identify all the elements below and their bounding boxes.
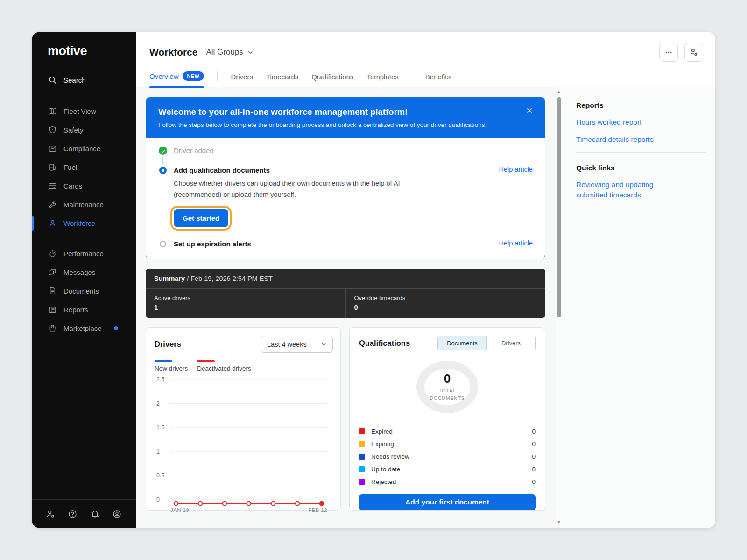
account-icon[interactable] [112,509,122,519]
tab-label: Templates [366,73,398,81]
step-label: Set up expiration alerts [174,239,251,248]
step-connector [162,157,163,164]
scroll-up-arrow-icon[interactable]: ▲ [557,90,561,94]
legend-label: Deactivated drivers [197,365,251,372]
legend-row-expired: Expired 0 [359,425,536,438]
donut-caption: TOTAL DOCUMENTS [430,387,465,402]
welcome-banner-header: Welcome to your all-in-one workforce man… [146,97,545,138]
svg-text:FEB 12: FEB 12 [308,507,327,513]
help-article-link[interactable]: Help article [499,239,533,247]
sidebar-item-documents[interactable]: Documents [32,281,136,300]
wrench-icon [48,200,57,209]
help-article-link[interactable]: Help article [499,166,533,173]
tab-overview[interactable]: Overview NEW [149,71,204,87]
motive-logo: motive [32,32,136,70]
tab-drivers[interactable]: Drivers [231,73,253,87]
sidebar-item-workforce[interactable]: Workforce [32,214,136,232]
stat-label: Overdue timecards [354,294,537,301]
chart-board-icon [48,144,57,153]
date-range-value: Last 4 weeks [267,341,307,348]
tab-label: Benefits [425,73,451,81]
sidebar-item-fuel[interactable]: Fuel [32,158,136,176]
legend-value: 0 [532,478,536,485]
app-window: motive Search Fleet View Safety Complian… [32,32,715,528]
page-title: Workforce [149,47,197,58]
legend-label: Expired [371,428,393,435]
page-header: Workforce All Groups Overview [136,32,715,87]
tab-label: Drivers [231,73,253,81]
onboarding-steps: Driver added Add qualification documents… [146,138,545,259]
donut-total-value: 0 [444,371,451,386]
step-description: Choose whether drivers can upload their … [174,178,447,201]
chevron-down-icon [321,341,327,347]
drivers-card-title: Drivers [155,340,181,349]
date-range-select[interactable]: Last 4 weeks [261,336,333,353]
timecard-details-reports-link[interactable]: Timecard details reports [576,134,706,145]
sidebar-search[interactable]: Search [32,70,136,90]
sidebar-item-performance[interactable]: Performance [32,244,136,263]
person-icon [48,218,57,228]
sidebar-item-label: Documents [63,287,99,295]
person-gear-icon [689,48,698,57]
legend-label: Expiring [371,441,394,448]
sidebar-bottom-bar [32,499,136,528]
close-icon[interactable] [525,106,535,116]
vertical-scrollbar[interactable]: ▲ ▼ [556,87,562,528]
tab-benefits[interactable]: Benefits [425,73,451,87]
summary-title: Summary [154,275,185,282]
step-label: Add qualification documents [174,166,270,174]
summary-separator: / [187,275,189,282]
legend-row-needs-review: Needs review 0 [359,450,536,463]
legend-swatch [359,441,365,447]
tab-templates[interactable]: Templates [366,73,398,87]
tab-qualifications[interactable]: Qualifications [311,73,353,87]
sidebar-item-label: Workforce [63,219,95,227]
manage-users-button[interactable] [684,43,703,62]
notifications-bell-icon[interactable] [90,509,100,519]
sidebar-item-reports[interactable]: Reports [32,300,136,319]
drivers-chart: 2.521.510.50JAN 19FEB 12 [155,373,334,516]
group-selector[interactable]: All Groups [206,48,253,57]
tab-separator [412,71,412,81]
tab-timecards[interactable]: Timecards [266,73,298,87]
qualifications-legend: Expired 0 Expiring 0 Needs review [359,425,536,488]
donut-caption-line1: TOTAL [439,388,456,393]
search-icon [48,75,57,84]
sidebar-item-safety[interactable]: Safety [32,120,136,139]
new-indicator-dot [114,326,118,330]
banner-title: Welcome to your all-in-one workforce man… [158,107,533,117]
toggle-drivers[interactable]: Drivers [486,336,535,350]
step-add-documents: Add qualification documents Help article [158,166,533,174]
more-options-button[interactable] [659,43,678,62]
scroll-down-arrow-icon[interactable]: ▼ [557,520,561,525]
sidebar-item-messages[interactable]: Messages [32,263,136,281]
legend-swatch [359,479,365,485]
drivers-card: Drivers Last 4 weeks New drivers [146,327,341,511]
sidebar-item-maintenance[interactable]: Maintenance [32,195,136,214]
sidebar-item-compliance[interactable]: Compliance [32,139,136,158]
new-badge: NEW [183,71,204,81]
admin-person-gear-icon[interactable] [46,509,56,519]
sidebar-search-label: Search [63,76,86,84]
sidebar-item-label: Compliance [63,145,100,153]
legend-item-new-drivers: New drivers [155,360,188,372]
help-icon[interactable] [68,509,78,519]
svg-text:2: 2 [156,400,160,406]
donut-caption-line2: DOCUMENTS [430,395,465,401]
reviewing-timecards-link[interactable]: Reviewing and updating submitted timecar… [576,180,674,201]
shield-icon [48,125,57,134]
legend-swatch [359,454,365,460]
add-first-document-button[interactable]: Add your first document [359,494,536,510]
get-started-button[interactable]: Get started [174,209,228,227]
sidebar-item-marketplace[interactable]: Marketplace [32,319,136,337]
sidebar-item-cards[interactable]: Cards [32,176,136,195]
hours-worked-report-link[interactable]: Hours worked report [576,117,706,127]
sidebar-divider [41,96,127,96]
legend-label: New drivers [155,365,188,372]
sidebar-item-fleet-view[interactable]: Fleet View [32,102,136,120]
stopwatch-icon [48,249,57,258]
qualifications-card-title: Qualifications [359,339,410,348]
ellipsis-icon [664,48,673,56]
toggle-documents[interactable]: Documents [438,336,486,350]
scrollbar-thumb[interactable] [557,97,561,317]
